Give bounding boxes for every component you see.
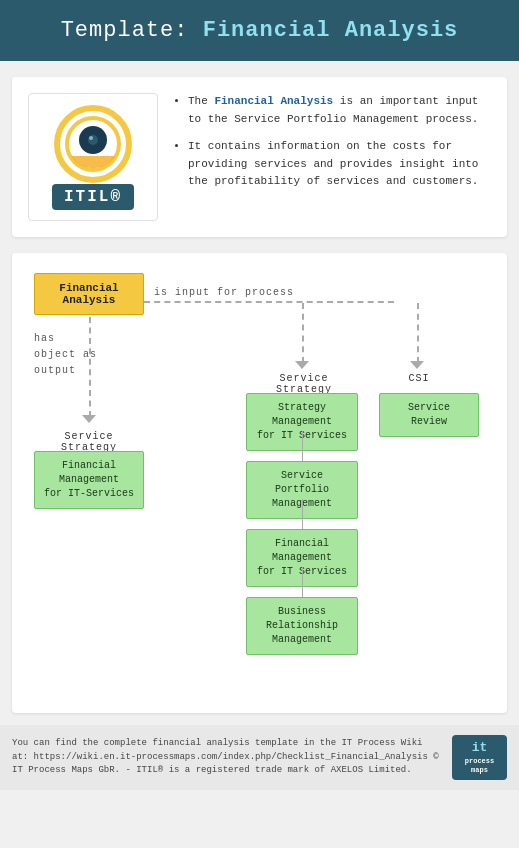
svg-point-3 [88, 135, 98, 145]
service-strategy-bottom-label: Service Strategy [34, 431, 144, 453]
arrow-down-service-strategy [295, 361, 309, 369]
arrow-down-csi [410, 361, 424, 369]
v-line-left [89, 317, 91, 417]
v-conn-ss-3 [302, 567, 303, 597]
itil-badge: ITIL® [52, 184, 134, 210]
financial-analysis-highlight: Financial Analysis [214, 95, 333, 107]
footer-logo-maps: maps [471, 766, 488, 775]
itil-graphic [53, 104, 133, 184]
svg-point-4 [89, 136, 93, 140]
v-line-csi [417, 303, 419, 363]
is-input-label: is input for process [154, 287, 294, 298]
green-box-business-relationship: Business Relationship Management [246, 597, 358, 655]
page-title: Template: Financial Analysis [20, 18, 499, 43]
info-bullet-1: The Financial Analysis is an important i… [188, 93, 491, 128]
v-conn-ss-2 [302, 499, 303, 529]
v-conn-ss-1 [302, 431, 303, 461]
footer-text: You can find the complete financial anal… [12, 737, 442, 778]
page-header: Template: Financial Analysis [0, 0, 519, 61]
info-section: ITIL® The Financial Analysis is an impor… [12, 77, 507, 237]
info-description: The Financial Analysis is an important i… [174, 93, 491, 221]
arrow-down-left [82, 415, 96, 423]
service-strategy-top-label: Service Strategy [249, 373, 359, 395]
has-object-label: has object as output [34, 331, 97, 379]
diagram-section: Financial Analysis is input for process … [12, 253, 507, 713]
csi-label: CSI [384, 373, 454, 384]
financial-analysis-box: Financial Analysis [34, 273, 144, 315]
green-box-financial-mgmt-left: Financial Management for IT-Services [34, 451, 144, 509]
diagram-container: Financial Analysis is input for process … [24, 273, 495, 693]
header-title: Financial Analysis [203, 18, 459, 43]
itil-logo: ITIL® [28, 93, 158, 221]
info-bullet-2: It contains information on the costs for… [188, 138, 491, 191]
footer-logo-it: it [472, 740, 488, 757]
footer: You can find the complete financial anal… [0, 725, 519, 790]
h-line-top [144, 301, 394, 303]
v-line-service-strategy [302, 303, 304, 363]
footer-logo-process: process [465, 757, 494, 766]
green-box-service-review: Service Review [379, 393, 479, 437]
header-prefix: Template: [61, 18, 203, 43]
footer-logo: it process maps [452, 735, 507, 780]
